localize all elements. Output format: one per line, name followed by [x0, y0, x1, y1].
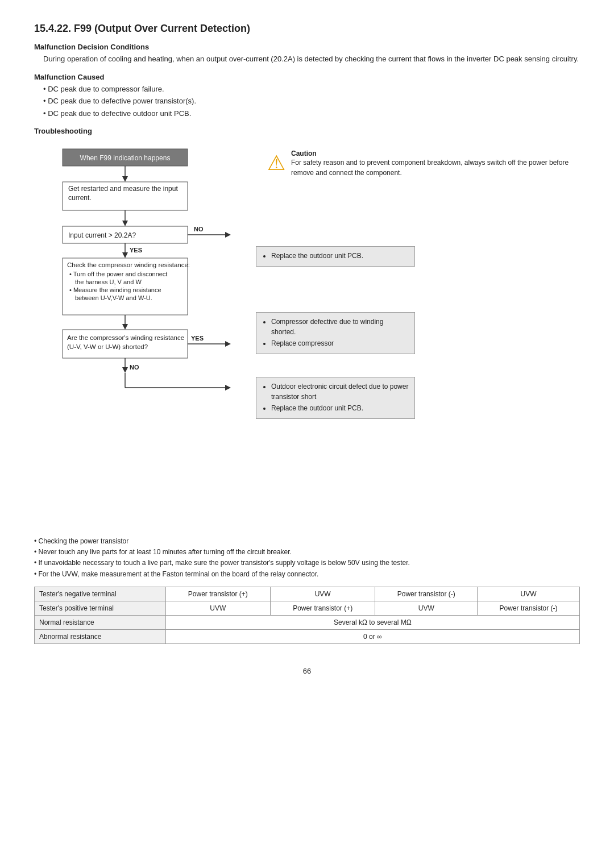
svg-marker-36	[225, 385, 231, 391]
svg-marker-24	[122, 324, 128, 330]
svg-text:between U-V,V-W and W-U.: between U-V,V-W and W-U.	[75, 294, 152, 301]
svg-text:•  Turn off the power and disc: • Turn off the power and disconnect	[69, 271, 167, 277]
yes-result-2: Replace compressor	[271, 338, 409, 348]
svg-marker-8	[122, 221, 128, 226]
svg-marker-29	[225, 341, 231, 347]
svg-text:Get restarted and measure the : Get restarted and measure the input	[68, 185, 178, 193]
svg-text:YES: YES	[130, 247, 142, 254]
cell-abnormal-merged: 0 or ∞	[165, 629, 579, 643]
svg-text:When F99 indication happens: When F99 indication happens	[80, 154, 171, 162]
cell-n-3: Power transistor (-)	[375, 587, 478, 601]
table-row-positive: Tester's positive terminal UVW Power tra…	[35, 601, 580, 615]
malfunction-bullet-1: DC peak due to compressor failure.	[43, 84, 580, 95]
troubleshooting-title: Troubleshooting	[34, 127, 580, 135]
note-3: • If unavoidable necessary to touch a li…	[34, 558, 580, 568]
svg-text:•  Measure the winding resista: • Measure the winding resistance	[69, 286, 161, 293]
svg-text:Input current >  20.2A?: Input current > 20.2A?	[68, 231, 136, 239]
page-title: 15.4.22. F99 (Output Over Current Detect…	[34, 23, 580, 35]
row-label-normal: Normal resistance	[35, 615, 166, 629]
row-label-negative: Tester's negative terminal	[35, 587, 166, 601]
svg-text:NO: NO	[130, 364, 139, 371]
svg-text:YES: YES	[191, 335, 204, 342]
cell-p-1: UVW	[165, 601, 270, 615]
cell-normal-merged: Several kΩ to several MΩ	[165, 615, 579, 629]
malfunction-bullet-2: DC peak due to defective power transisto…	[43, 95, 580, 107]
page-number: 66	[34, 667, 580, 675]
table-row-normal: Normal resistance Several kΩ to several …	[35, 615, 580, 629]
yes-result-box: Compressor defective due to winding shor…	[256, 312, 415, 354]
svg-marker-32	[122, 367, 128, 373]
note-1: • Checking the power transistor	[34, 536, 580, 547]
yes-result-1: Compressor defective due to winding shor…	[271, 317, 409, 337]
svg-text:(U-V, V-W or U-W) shorted?: (U-V, V-W or U-W) shorted?	[67, 343, 148, 350]
svg-marker-3	[122, 176, 128, 182]
notes-section: • Checking the power transistor • Never …	[34, 536, 580, 580]
flowchart-svg: When F99 indication happens Get restarte…	[34, 143, 244, 524]
cell-p-3: UVW	[375, 601, 478, 615]
table-row-negative: Tester's negative terminal Power transis…	[35, 587, 580, 601]
caution-label: Caution	[291, 149, 317, 157]
note-2: • Never touch any live parts for at leas…	[34, 547, 580, 558]
cell-p-2: Power transistor (+)	[271, 601, 375, 615]
caution-text: For safety reason and to prevent compone…	[291, 157, 580, 178]
no-result-box-2: Outdoor electronic circuit defect due to…	[256, 377, 415, 419]
no-result2-1: Outdoor electronic circuit defect due to…	[271, 381, 409, 402]
caution-icon: ⚠	[267, 151, 285, 175]
no-result-box: Replace the outdoor unit PCB.	[256, 246, 415, 267]
malfunction-bullet-3: DC peak due to defective outdoor unit PC…	[43, 108, 580, 119]
svg-text:NO: NO	[194, 226, 204, 232]
table-row-abnormal: Abnormal resistance 0 or ∞	[35, 629, 580, 643]
svg-marker-15	[225, 232, 231, 238]
svg-text:Are the compressor's winding r: Are the compressor's winding resistance	[67, 334, 184, 341]
malfunction-decision-text: During operation of cooling and heating,…	[43, 53, 580, 65]
cell-n-1: Power transistor (+)	[165, 587, 270, 601]
malfunction-decision-title: Malfunction Decision Conditions	[34, 43, 580, 51]
flowchart-section: When F99 indication happens Get restarte…	[34, 143, 580, 526]
cell-p-4: Power transistor (-)	[478, 601, 580, 615]
svg-text:the harness U, V and W: the harness U, V and W	[75, 279, 142, 285]
no-result-text: Replace the outdoor unit PCB.	[271, 251, 409, 261]
transistor-table: Tester's negative terminal Power transis…	[34, 587, 580, 644]
row-label-abnormal: Abnormal resistance	[35, 629, 166, 643]
cell-n-2: UVW	[271, 587, 375, 601]
svg-text:current.: current.	[68, 194, 92, 202]
svg-text:Check the compressor winding r: Check the compressor winding resistance:	[67, 261, 190, 268]
svg-marker-12	[122, 252, 128, 258]
malfunction-caused-list: DC peak due to compressor failure. DC pe…	[43, 84, 580, 119]
note-4: • For the UVW, make measurement at the F…	[34, 569, 580, 580]
caution-box: ⚠ Caution For safety reason and to preve…	[267, 149, 580, 178]
no-result2-2: Replace the outdoor unit PCB.	[271, 403, 409, 413]
row-label-positive: Tester's positive terminal	[35, 601, 166, 615]
malfunction-caused-title: Malfunction Caused	[34, 73, 580, 81]
cell-n-4: UVW	[478, 587, 580, 601]
